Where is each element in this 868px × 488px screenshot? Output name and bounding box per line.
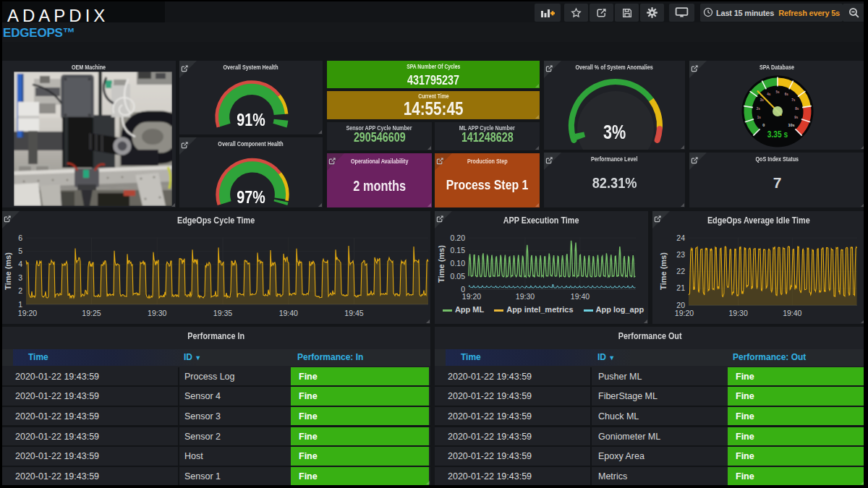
svg-text:19:25: 19:25	[82, 309, 101, 317]
svg-text:9s: 9s	[794, 116, 799, 119]
svg-text:6: 6	[18, 234, 22, 242]
svg-text:24: 24	[676, 234, 685, 242]
svg-text:5s: 5s	[775, 90, 780, 94]
svg-text:10s: 10s	[788, 123, 795, 127]
svg-text:19:45: 19:45	[344, 309, 363, 317]
svg-text:19:40: 19:40	[279, 309, 298, 317]
svg-text:0.10: 0.10	[451, 259, 466, 267]
svg-text:19:40: 19:40	[571, 292, 590, 301]
svg-text:0.05: 0.05	[451, 272, 466, 281]
svg-text:5: 5	[18, 247, 22, 255]
svg-text:6s: 6s	[785, 93, 789, 96]
svg-text:2: 2	[18, 286, 22, 295]
svg-text:23: 23	[676, 250, 685, 259]
svg-text:Time (ms): Time (ms)	[437, 245, 446, 283]
svg-text:0.20: 0.20	[451, 234, 466, 242]
svg-text:Time (ms): Time (ms)	[4, 252, 12, 290]
svg-text:19:20: 19:20	[18, 309, 37, 317]
svg-text:8s: 8s	[795, 107, 799, 111]
svg-text:7s: 7s	[791, 98, 796, 102]
svg-text:19:30: 19:30	[728, 309, 747, 317]
svg-text:2s: 2s	[757, 107, 761, 111]
svg-text:22: 22	[676, 267, 685, 275]
svg-text:4s: 4s	[767, 93, 771, 96]
svg-text:3.35 s: 3.35 s	[767, 129, 788, 139]
svg-text:0: 0	[762, 123, 765, 127]
svg-text:19:40: 19:40	[783, 309, 801, 317]
svg-text:19:20: 19:20	[675, 309, 694, 317]
svg-text:19:20: 19:20	[462, 292, 481, 301]
svg-text:0.15: 0.15	[451, 246, 466, 254]
svg-text:19:35: 19:35	[213, 309, 232, 317]
svg-text:3: 3	[18, 273, 22, 282]
svg-text:3s: 3s	[760, 98, 765, 102]
svg-text:20: 20	[676, 301, 685, 309]
svg-text:21: 21	[676, 283, 685, 292]
svg-text:19:30: 19:30	[148, 309, 166, 317]
svg-text:Time (ms): Time (ms)	[659, 252, 668, 290]
svg-text:1: 1	[18, 300, 22, 309]
svg-text:1s: 1s	[757, 116, 762, 119]
svg-text:4: 4	[18, 260, 22, 268]
svg-text:19:30: 19:30	[516, 292, 535, 301]
